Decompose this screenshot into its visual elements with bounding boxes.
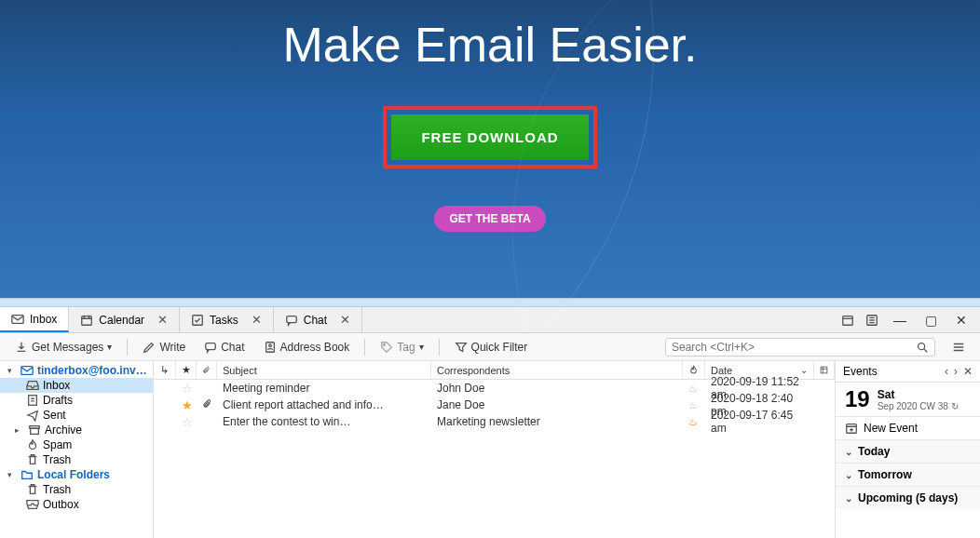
hero-divider bbox=[0, 298, 980, 307]
tree-local-folders[interactable]: ▾ Local Folders bbox=[0, 467, 153, 482]
tree-drafts[interactable]: Drafts bbox=[0, 393, 153, 408]
calendar-plus-icon bbox=[845, 422, 858, 435]
tree-archive[interactable]: ▸ Archive bbox=[0, 423, 153, 437]
chevron-down-icon: ▾ bbox=[7, 470, 17, 479]
tree-sent[interactable]: Sent bbox=[0, 408, 153, 423]
menu-button[interactable] bbox=[945, 338, 973, 356]
close-icon[interactable]: ✕ bbox=[340, 313, 350, 327]
svg-rect-1 bbox=[82, 316, 92, 325]
next-icon[interactable]: › bbox=[954, 365, 958, 378]
tab-label: Inbox bbox=[30, 313, 57, 326]
tasks-mini-icon[interactable] bbox=[865, 314, 878, 327]
attachment-icon bbox=[202, 398, 212, 409]
star-icon[interactable]: ☆ bbox=[182, 382, 193, 396]
chevron-down-icon: ⌄ bbox=[845, 470, 852, 480]
svg-point-9 bbox=[384, 343, 386, 345]
svg-rect-3 bbox=[287, 316, 297, 322]
filter-icon bbox=[455, 341, 468, 354]
search-box[interactable] bbox=[665, 338, 935, 356]
tab-inbox[interactable]: Inbox bbox=[0, 307, 69, 332]
chevron-down-icon: ▾ bbox=[107, 342, 112, 352]
tab-label: Calendar bbox=[99, 314, 144, 327]
flame-icon[interactable]: ♨ bbox=[688, 383, 698, 394]
message-list: ↳ ★ Subject Correspondents Date ⌄ ☆ Meet… bbox=[154, 361, 836, 538]
svg-rect-14 bbox=[31, 428, 39, 434]
col-subject[interactable]: Subject bbox=[217, 361, 431, 379]
hero-title: Make Email Easier. bbox=[282, 17, 697, 73]
folder-icon bbox=[20, 468, 34, 481]
tree-inbox[interactable]: Inbox bbox=[0, 378, 153, 393]
minimize-icon[interactable]: — bbox=[890, 313, 910, 328]
chevron-down-icon: ⌄ bbox=[845, 493, 852, 504]
col-attach[interactable] bbox=[197, 361, 217, 379]
hamburger-icon bbox=[952, 341, 965, 354]
star-icon[interactable]: ☆ bbox=[182, 415, 193, 429]
col-junk[interactable] bbox=[683, 361, 705, 379]
date-subtext: Sep 2020 CW 38 ↻ bbox=[878, 401, 959, 411]
close-icon[interactable]: ✕ bbox=[963, 365, 973, 378]
events-section-tomorrow[interactable]: ⌄ Tomorrow bbox=[836, 463, 980, 486]
flame-icon[interactable]: ♨ bbox=[688, 399, 698, 410]
sent-icon bbox=[26, 409, 39, 422]
svg-rect-6 bbox=[206, 343, 216, 349]
chat-icon bbox=[204, 341, 217, 354]
col-star[interactable]: ★ bbox=[176, 361, 197, 379]
svg-rect-0 bbox=[12, 315, 23, 323]
tab-calendar[interactable]: Calendar ✕ bbox=[69, 307, 180, 332]
events-panel: Events ‹ › ✕ 19 Sat Sep 2020 CW 38 ↻ New… bbox=[836, 361, 980, 538]
prev-icon[interactable]: ‹ bbox=[945, 365, 948, 378]
tree-trash[interactable]: Trash bbox=[0, 452, 153, 467]
col-correspondents[interactable]: Correspondents bbox=[431, 361, 683, 379]
flame-icon[interactable]: ♨ bbox=[688, 416, 698, 427]
svg-rect-11 bbox=[21, 367, 33, 375]
col-picker[interactable] bbox=[814, 361, 835, 379]
new-event-button[interactable]: New Event bbox=[836, 416, 980, 439]
tag-button[interactable]: Tag ▾ bbox=[373, 338, 430, 356]
tab-tasks[interactable]: Tasks ✕ bbox=[180, 307, 274, 332]
write-button[interactable]: Write bbox=[135, 338, 193, 356]
get-beta-button[interactable]: GET THE BETA bbox=[434, 206, 545, 232]
big-date: 19 bbox=[845, 386, 870, 412]
hero: Make Email Easier. FREE DOWNLOAD GET THE… bbox=[0, 0, 980, 298]
tab-chat[interactable]: Chat ✕ bbox=[274, 307, 362, 332]
outbox-icon bbox=[26, 498, 39, 511]
tasks-icon bbox=[191, 314, 204, 327]
quick-filter-button[interactable]: Quick Filter bbox=[447, 338, 536, 356]
close-icon[interactable]: ✕ bbox=[252, 313, 262, 327]
col-thread[interactable]: ↳ bbox=[154, 361, 176, 379]
free-download-button[interactable]: FREE DOWNLOAD bbox=[387, 110, 592, 165]
events-section-upcoming[interactable]: ⌄ Upcoming (5 days) bbox=[836, 486, 980, 509]
download-icon bbox=[15, 341, 28, 354]
main-area: ▾ tinderbox@foo.invalid Inbox Drafts Sen… bbox=[0, 361, 980, 538]
mail-icon bbox=[11, 313, 24, 326]
inbox-icon bbox=[26, 379, 39, 392]
star-icon[interactable]: ★ bbox=[182, 398, 193, 412]
chevron-down-icon: ▾ bbox=[7, 366, 17, 375]
get-messages-button[interactable]: Get Messages ▾ bbox=[7, 338, 119, 356]
toolbar: Get Messages ▾ Write Chat Address Book T… bbox=[0, 333, 980, 361]
message-row[interactable]: ☆ Enter the contest to win… Marketing ne… bbox=[154, 413, 835, 430]
chat-button[interactable]: Chat bbox=[197, 338, 252, 356]
tree-local-trash[interactable]: Trash bbox=[0, 482, 153, 497]
tree-account[interactable]: ▾ tinderbox@foo.invalid bbox=[0, 363, 153, 378]
svg-rect-4 bbox=[843, 316, 853, 325]
weekday: Sat bbox=[878, 388, 959, 401]
tree-outbox[interactable]: Outbox bbox=[0, 497, 153, 512]
address-book-icon bbox=[264, 341, 277, 354]
tab-bar: Inbox Calendar ✕ Tasks ✕ Chat ✕ — ▢ ✕ bbox=[0, 307, 980, 333]
tag-icon bbox=[380, 341, 393, 354]
calendar-mini-icon[interactable] bbox=[841, 314, 854, 327]
chat-icon bbox=[285, 314, 298, 327]
maximize-icon[interactable]: ▢ bbox=[921, 313, 941, 328]
address-book-button[interactable]: Address Book bbox=[256, 338, 358, 356]
close-icon[interactable]: ✕ bbox=[157, 313, 168, 327]
search-input[interactable] bbox=[672, 341, 916, 354]
folder-tree: ▾ tinderbox@foo.invalid Inbox Drafts Sen… bbox=[0, 361, 154, 538]
search-icon bbox=[916, 341, 929, 354]
events-section-today[interactable]: ⌄ Today bbox=[836, 439, 980, 463]
mail-icon bbox=[20, 364, 34, 377]
archive-icon bbox=[28, 424, 41, 437]
tree-spam[interactable]: Spam bbox=[0, 437, 153, 452]
close-window-icon[interactable]: ✕ bbox=[952, 313, 971, 328]
calendar-icon bbox=[80, 314, 93, 327]
